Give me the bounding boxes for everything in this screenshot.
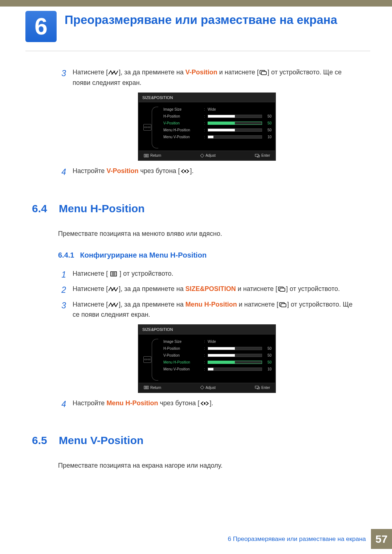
step-number: 4	[58, 398, 66, 411]
text: ], за да преминете на	[119, 285, 185, 292]
page-footer: 6 Преоразмеряване или разместване на екр…	[223, 529, 392, 549]
svg-rect-12	[280, 288, 285, 291]
svg-rect-1	[261, 71, 266, 75]
source-icon	[278, 287, 285, 292]
osd-slider-fill	[208, 347, 235, 350]
text: чрез бутона [	[138, 167, 180, 175]
osd-panel: SIZE&POSITION ▭▭ Image Size:WideH-Positi…	[138, 324, 276, 393]
text: и натиснете [	[217, 69, 259, 76]
osd-row-value: 50	[262, 114, 271, 119]
osd-row-value: 10	[262, 134, 271, 140]
osd-slider	[208, 368, 262, 371]
osd-bracket-decoration	[152, 107, 158, 148]
step-number: 2	[58, 284, 66, 296]
instruction-step: 4 Настройте Menu H-Position чрез бутона …	[58, 398, 356, 411]
svg-rect-19	[255, 386, 258, 388]
up-down-arrow-icon	[109, 287, 118, 292]
text: ].	[190, 167, 194, 175]
step-text: Настройте V-Position чрез бутона [].	[73, 166, 356, 178]
osd-row-value: Wide	[208, 107, 216, 112]
text: ] от устройството.	[118, 270, 173, 277]
subsection-title: Конфигуриране на Menu H-Position	[80, 250, 207, 260]
up-down-arrow-icon	[109, 302, 118, 307]
osd-panel: SIZE&POSITION ▭▭ Image Size:WideH-Positi…	[138, 93, 276, 161]
osd-row-label: Image Size	[163, 339, 204, 344]
osd-footer-return: Return	[144, 385, 161, 390]
osd-slider	[208, 115, 262, 118]
osd-row-value: 50	[262, 346, 271, 351]
osd-footer: Return Adjust Enter	[139, 151, 275, 160]
source-icon	[279, 302, 286, 307]
text: ], за да преминете на	[119, 301, 185, 308]
label: Adjust	[205, 153, 216, 158]
subsection-number: 6.4.1	[58, 250, 74, 260]
osd-slider	[208, 135, 262, 139]
osd-icon-column: ▭▭	[142, 106, 152, 140]
colon: :	[204, 366, 208, 372]
step-number: 3	[58, 299, 66, 320]
colon: :	[204, 107, 208, 112]
osd-row: Image Size:Wide	[163, 338, 271, 345]
section-title: Menu H-Position	[59, 200, 145, 217]
osd-body: ▭▭ Image Size:WideH-Position:50V-Positio…	[139, 102, 275, 151]
menu-button-icon	[110, 271, 117, 276]
instruction-step: 3 Натиснете [], за да преминете на V-Pos…	[58, 67, 356, 88]
step-text: Настройте Menu H-Position чрез бутона []…	[73, 398, 356, 411]
text: ].	[210, 399, 213, 407]
osd-screenshot-wrapper: SIZE&POSITION ▭▭ Image Size:WideH-Positi…	[58, 93, 356, 161]
colon: :	[204, 360, 208, 365]
osd-row-value: Wide	[208, 339, 216, 344]
section-description: Премествате позицията на екрана нагоре и…	[58, 461, 356, 471]
text: Натиснете [	[73, 270, 110, 277]
osd-row-label: Image Size	[163, 107, 204, 112]
osd-footer: Return Adjust Enter	[139, 383, 275, 392]
section-number: 6.5	[32, 432, 50, 448]
osd-footer-adjust: Adjust	[200, 385, 216, 390]
osd-rows: Image Size:WideH-Position:50V-Position:5…	[155, 338, 271, 373]
osd-row: V-Position:50	[163, 352, 271, 359]
step-text: Натиснете [], за да преминете на Menu H-…	[73, 299, 356, 320]
colon: :	[204, 127, 208, 133]
osd-screenshot-wrapper: SIZE&POSITION ▭▭ Image Size:WideH-Positi…	[58, 324, 356, 393]
section-heading: 6.5 Menu V-Position	[32, 432, 356, 448]
footer-chapter-label: 6 Преоразмеряване или разместване на екр…	[223, 529, 371, 549]
osd-slider	[208, 361, 262, 364]
osd-row: V-Position:50	[163, 120, 271, 127]
enter-icon	[255, 154, 260, 157]
osd-slider	[208, 128, 262, 132]
label: Return	[150, 153, 161, 158]
osd-row-label: Menu V-Position	[163, 366, 204, 372]
osd-title: SIZE&POSITION	[139, 325, 275, 335]
osd-slider-fill	[208, 361, 235, 364]
section-heading: 6.4 Menu H-Position	[32, 200, 356, 217]
instruction-step: 1 Натиснете [ ] от устройството.	[58, 268, 356, 281]
osd-slider-fill	[208, 129, 235, 131]
colon: :	[204, 353, 208, 358]
step-number: 1	[58, 268, 66, 281]
menu-button-icon	[144, 386, 149, 389]
text: Натиснете [	[73, 301, 108, 308]
instruction-step: 4 Настройте V-Position чрез бутона [].	[58, 166, 356, 178]
osd-row: Menu V-Position:10	[163, 134, 271, 140]
osd-row: Menu H-Position:50	[163, 127, 271, 134]
osd-category-icon: ▭▭	[143, 124, 151, 131]
instruction-step: 3 Натиснете [], за да преминете на Menu …	[58, 299, 356, 320]
left-right-arrow-icon	[181, 169, 189, 174]
osd-slider-fill	[208, 136, 213, 138]
label: Enter	[261, 385, 270, 390]
osd-title: SIZE&POSITION	[139, 93, 275, 103]
osd-body: ▭▭ Image Size:WideH-Position:50V-Positio…	[139, 335, 275, 383]
highlight-term: Menu H-Position	[106, 399, 158, 407]
step-number: 4	[58, 166, 66, 178]
osd-footer-return: Return	[144, 153, 161, 158]
osd-row-value: 50	[262, 120, 271, 126]
label: Adjust	[205, 385, 216, 390]
osd-row: Menu H-Position:50	[163, 359, 271, 366]
source-icon	[260, 70, 267, 75]
osd-bracket-decoration	[152, 339, 158, 381]
colon: :	[204, 114, 208, 119]
diamond-icon	[200, 154, 204, 157]
left-right-arrow-icon	[200, 401, 209, 406]
osd-row-value: 10	[262, 366, 271, 372]
page-number: 57	[371, 529, 392, 549]
